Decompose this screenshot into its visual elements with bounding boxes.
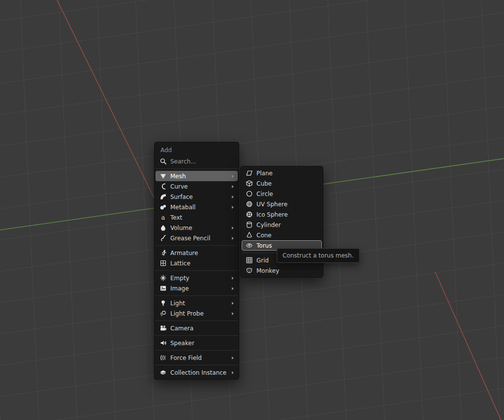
- menu-item-label: Image: [170, 285, 228, 292]
- menu-item-label: Mesh: [170, 173, 228, 180]
- light-probe-icon: [159, 310, 167, 317]
- menu-item-uv-sphere[interactable]: UV Sphere: [242, 199, 322, 209]
- menu-item-label: Light: [170, 300, 228, 307]
- force-field-icon: [159, 354, 167, 361]
- menu-item-label: UV Sphere: [256, 201, 318, 208]
- menu-item-grease-pencil[interactable]: Grease Pencil: [156, 233, 238, 243]
- menu-item-label: Force Field: [170, 355, 228, 361]
- submenu-arrow-icon: [232, 356, 234, 359]
- menu-item-search[interactable]: Search...: [156, 156, 238, 166]
- submenu-arrow-icon: [232, 185, 234, 188]
- menu-item-metaball[interactable]: Metaball: [156, 202, 238, 212]
- menu-item-volume[interactable]: Volume: [156, 223, 238, 233]
- menu-item-label: Curve: [170, 183, 228, 190]
- menu-item-armature[interactable]: Armature: [156, 248, 238, 258]
- menu-separator: [155, 245, 238, 246]
- menu-item-surface[interactable]: Surface: [156, 192, 238, 202]
- volume-icon: [159, 224, 167, 231]
- submenu-arrow-icon: [232, 287, 234, 290]
- menu-item-camera[interactable]: Camera: [156, 323, 238, 333]
- submenu-arrow-icon: [232, 237, 234, 240]
- menu-item-label: Empty: [170, 275, 228, 282]
- search-icon: [159, 158, 167, 165]
- menu-item-ico-sphere[interactable]: Ico Sphere: [242, 209, 322, 220]
- menu-item-label: Light Probe: [170, 310, 228, 317]
- submenu-arrow-icon: [232, 312, 234, 315]
- menu-item-text[interactable]: aText: [156, 212, 238, 223]
- submenu-arrow-icon: [232, 206, 234, 209]
- menu-item-label: Cone: [256, 232, 318, 239]
- menu-item-cone[interactable]: Cone: [242, 230, 322, 240]
- menu-item-label: Cube: [256, 180, 318, 187]
- svg-text:a: a: [161, 214, 165, 221]
- armature-icon: [159, 249, 167, 257]
- menu-item-label: Lattice: [170, 260, 234, 267]
- tooltip: Construct a torus mesh.: [277, 248, 360, 263]
- menu-item-label: Text: [170, 214, 234, 221]
- menu-separator: [155, 335, 238, 336]
- menu-item-label: Cylinder: [256, 222, 318, 228]
- menu-item-mesh[interactable]: Mesh: [156, 171, 238, 181]
- menu-item-image[interactable]: Image: [156, 283, 238, 293]
- add-menu-title: Add: [155, 144, 239, 156]
- menu-item-cylinder[interactable]: Cylinder: [242, 220, 322, 230]
- mesh-icon: [159, 172, 167, 180]
- cube-icon: [246, 180, 253, 187]
- menu-item-label: Surface: [170, 194, 228, 200]
- monkey-icon: [246, 267, 253, 274]
- menu-item-cube[interactable]: Cube: [242, 178, 322, 189]
- menu-item-light[interactable]: Light: [156, 298, 238, 308]
- light-icon: [159, 299, 167, 307]
- collection-instance-icon: [159, 369, 167, 376]
- menu-separator: [155, 365, 238, 365]
- menu-item-label: Volume: [170, 225, 228, 231]
- curve-icon: [159, 183, 167, 190]
- empty-icon: [159, 274, 167, 282]
- menu-item-empty[interactable]: Empty: [156, 273, 238, 283]
- text-icon: a: [159, 214, 167, 221]
- circle-icon: [246, 190, 253, 197]
- menu-item-monkey[interactable]: Monkey: [242, 265, 322, 276]
- submenu-arrow-icon: [232, 175, 234, 178]
- menu-item-label: Camera: [170, 325, 234, 332]
- menu-item-speaker[interactable]: Speaker: [156, 338, 238, 348]
- menu-item-lattice[interactable]: Lattice: [156, 258, 238, 268]
- menu-item-label: Plane: [256, 170, 318, 177]
- add-menu-items: Search...MeshCurveSurfaceMetaballaTextVo…: [155, 156, 239, 378]
- menu-item-curve[interactable]: Curve: [156, 181, 238, 192]
- menu-item-label: Monkey: [256, 267, 318, 274]
- torus-icon: [246, 242, 253, 249]
- menu-separator: [155, 350, 238, 351]
- add-menu: Add Search...MeshCurveSurfaceMetaballaTe…: [154, 142, 239, 380]
- menu-item-label: Armature: [170, 250, 234, 257]
- menu-separator: [155, 295, 238, 296]
- submenu-arrow-icon: [232, 371, 234, 374]
- submenu-arrow-icon: [232, 195, 234, 198]
- menu-item-label: Circle: [256, 191, 318, 197]
- submenu-arrow-icon: [232, 302, 234, 305]
- menu-item-label: Grease Pencil: [170, 235, 228, 242]
- menu-item-force-field[interactable]: Force Field: [156, 353, 238, 363]
- image-icon: [159, 285, 167, 292]
- menu-item-label: Speaker: [170, 340, 234, 347]
- menu-separator: [155, 270, 238, 271]
- menu-item-light-probe[interactable]: Light Probe: [156, 308, 238, 319]
- uv-sphere-icon: [246, 200, 253, 208]
- viewport-3d: Add Search...MeshCurveSurfaceMetaballaTe…: [0, 0, 504, 420]
- grease-pencil-icon: [159, 234, 167, 242]
- metaball-icon: [159, 203, 167, 211]
- lattice-icon: [159, 259, 167, 267]
- menu-item-circle[interactable]: Circle: [242, 189, 322, 199]
- menu-item-label: Collection Instance: [170, 369, 228, 376]
- camera-icon: [159, 324, 167, 332]
- ico-sphere-icon: [246, 211, 253, 218]
- menu-item-plane[interactable]: Plane: [242, 168, 322, 178]
- speaker-icon: [159, 339, 167, 347]
- submenu-arrow-icon: [232, 277, 234, 280]
- menu-item-label: Ico Sphere: [256, 211, 318, 218]
- menu-item-label: Metaball: [170, 204, 228, 211]
- menu-separator: [155, 168, 238, 169]
- menu-item-collection-instance[interactable]: Collection Instance: [156, 367, 238, 378]
- menu-item-label: Search...: [170, 158, 234, 165]
- menu-separator: [155, 321, 238, 321]
